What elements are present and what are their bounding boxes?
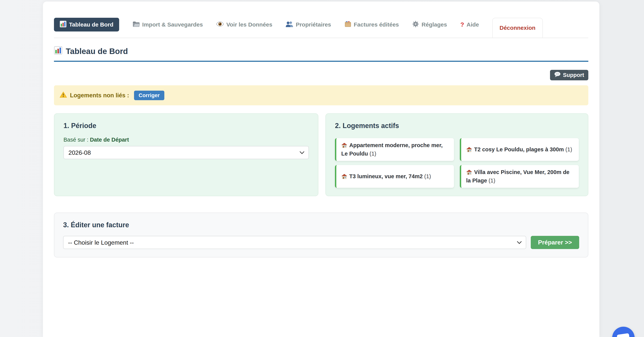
nav-tab-voir-les-donnees[interactable]: Voir les Données — [216, 18, 272, 32]
logement-count: (1) — [424, 173, 431, 179]
logement-card: Villa avec Piscine, Vue Mer, 200m de la … — [460, 165, 579, 188]
logement-select-wrap: -- Choisir le Logement -- — [63, 236, 526, 249]
card-index-icon — [344, 21, 351, 29]
logement-name: T3 lumineux, vue mer, 74m2 — [349, 173, 423, 179]
month-select-wrap: 2026-08 — [64, 146, 309, 159]
page-title: Tableau de Bord — [66, 47, 128, 56]
bar-chart-icon — [60, 21, 66, 29]
chat-fab-button[interactable] — [612, 327, 635, 337]
nav-tab-import-sauvegardes[interactable]: Import & Sauvegardes — [132, 18, 203, 32]
nav-label: Tableau de Bord — [69, 21, 114, 28]
chat-bubble-icon — [617, 333, 630, 337]
house-icon — [341, 142, 349, 148]
periode-heading: 1. Période — [64, 122, 309, 130]
main-card: Tableau de Bord Import & Sauvegardes Voi… — [43, 2, 600, 337]
logement-name: Villa avec Piscine, Vue Mer, 200m de la … — [466, 169, 570, 184]
warning-triangle-icon — [60, 91, 67, 99]
panels-row: 1. Période Basé sur : Date de Départ 202… — [54, 113, 588, 196]
logement-name: T2 cosy Le Pouldu, plages à 300m — [474, 146, 564, 152]
based-on-value: Date de Départ — [90, 137, 129, 143]
facture-section: 3. Éditer une facture -- Choisir le Loge… — [54, 213, 588, 257]
house-icon — [466, 146, 474, 152]
support-button[interactable]: Support — [550, 70, 588, 80]
nav-tab-proprietaires[interactable]: Propriétaires — [286, 18, 331, 32]
logements-panel: 2. Logements actifs Appartement moderne,… — [326, 113, 588, 196]
eye-icon — [216, 21, 224, 28]
nav-tab-reglages[interactable]: Réglages — [412, 18, 447, 32]
question-mark-icon: ? — [460, 21, 464, 28]
nav-label: Déconnexion — [500, 25, 535, 31]
logement-card: T2 cosy Le Pouldu, plages à 300m (1) — [460, 138, 579, 161]
logements-grid: Appartement moderne, proche mer, Le Poul… — [335, 138, 579, 188]
nav-tab-deconnexion[interactable]: Déconnexion — [492, 18, 542, 38]
facture-row: -- Choisir le Logement -- Préparer >> — [63, 236, 579, 249]
corriger-button[interactable]: Corriger — [134, 91, 164, 100]
nav-label: Aide — [466, 21, 479, 28]
logement-select[interactable]: -- Choisir le Logement -- — [63, 236, 526, 249]
periode-panel: 1. Période Basé sur : Date de Départ 202… — [54, 113, 318, 196]
nav-label: Voir les Données — [226, 21, 272, 28]
month-select[interactable]: 2026-08 — [64, 146, 309, 159]
nav-label: Propriétaires — [296, 21, 331, 28]
logements-heading: 2. Logements actifs — [335, 122, 579, 130]
people-icon — [286, 21, 293, 29]
based-on-line: Basé sur : Date de Départ — [64, 137, 309, 143]
warning-banner: Logements non liés : Corriger — [54, 85, 588, 105]
based-on-label: Basé sur : — [64, 137, 88, 143]
nav-tab-aide[interactable]: ? Aide — [460, 18, 479, 32]
nav-tab-factures-editees[interactable]: Factures éditées — [344, 18, 399, 32]
logement-card: T3 lumineux, vue mer, 74m2 (1) — [335, 165, 454, 188]
nav-label: Factures éditées — [354, 21, 399, 28]
facture-heading: 3. Éditer une facture — [63, 221, 579, 229]
page-title-block: Tableau de Bord — [54, 46, 588, 62]
preparer-button[interactable]: Préparer >> — [531, 236, 579, 249]
nav-label: Réglages — [422, 21, 447, 28]
gear-icon — [412, 21, 419, 29]
logement-count: (1) — [370, 151, 376, 157]
logement-name: Appartement moderne, proche mer, Le Poul… — [341, 142, 443, 157]
house-icon — [466, 169, 474, 175]
logement-count: (1) — [488, 177, 495, 184]
support-row: Support — [54, 70, 588, 80]
speech-balloon-icon — [554, 72, 561, 79]
nav-tab-tableau-de-bord[interactable]: Tableau de Bord — [54, 18, 119, 32]
warning-message: Logements non liés : — [70, 92, 129, 99]
bar-chart-icon — [54, 46, 62, 57]
page-background: Tableau de Bord Import & Sauvegardes Voi… — [0, 0, 644, 337]
top-nav: Tableau de Bord Import & Sauvegardes Voi… — [54, 18, 588, 38]
logement-card: Appartement moderne, proche mer, Le Poul… — [335, 138, 454, 161]
nav-label: Import & Sauvegardes — [142, 21, 203, 28]
logement-count: (1) — [566, 146, 572, 152]
folder-icon — [132, 21, 140, 29]
house-icon — [341, 173, 349, 179]
support-label: Support — [563, 72, 584, 78]
